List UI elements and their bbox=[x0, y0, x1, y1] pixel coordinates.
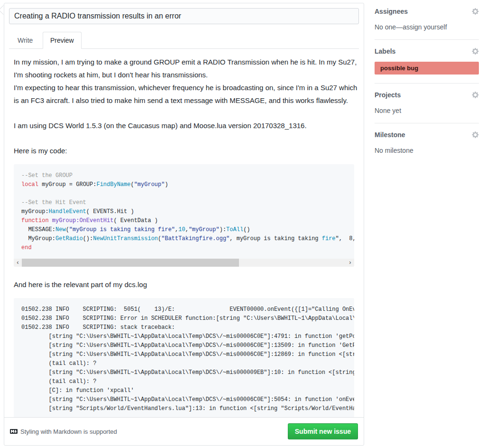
projects-heading: Projects bbox=[375, 91, 401, 99]
paragraph-version: I am using DCS World 1.5.3 (on the Cauca… bbox=[14, 119, 358, 132]
form-footer: Styling with Markdown is supported Submi… bbox=[4, 417, 364, 445]
lua-code-lines: --Set the GROUPlocal myGroup = GROUP:Fin… bbox=[14, 164, 354, 259]
label-possible-bug[interactable]: possible bug bbox=[375, 62, 479, 75]
dcs-log-lines: 01502.238 INFO SCRIPTING: 5051( 13)/E: E… bbox=[14, 298, 354, 417]
scroll-right-icon[interactable]: › bbox=[346, 259, 354, 267]
paragraph-log-intro: And here is the relevant part of my dcs.… bbox=[14, 278, 358, 291]
assignees-heading: Assignees bbox=[375, 8, 408, 15]
code-horizontal-scrollbar[interactable]: ‹ › bbox=[14, 259, 354, 267]
gear-icon[interactable] bbox=[472, 47, 479, 55]
write-preview-tabnav: Write Preview bbox=[9, 32, 359, 49]
sidebar-section-assignees: Assignees No one—assign yourself bbox=[375, 8, 479, 40]
paragraph-mission-line2: I'm expecting to hear this transmission,… bbox=[14, 84, 357, 104]
paragraph-mission-line1: In my mission, I am trying to make a gro… bbox=[14, 58, 357, 79]
sidebar-section-milestone: Milestone No milestone bbox=[375, 131, 479, 163]
issue-sidebar: Assignees No one—assign yourself Labels bbox=[375, 0, 479, 170]
assign-yourself-link[interactable]: assign yourself bbox=[403, 23, 447, 31]
tab-write[interactable]: Write bbox=[10, 32, 40, 49]
milestone-empty-text: No milestone bbox=[375, 147, 479, 154]
comment-box: Write Preview In my mission, I am trying… bbox=[4, 3, 364, 446]
issue-form: Write Preview In my mission, I am trying… bbox=[4, 3, 364, 446]
sidebar-section-projects: Projects None yet bbox=[375, 91, 479, 123]
projects-empty-text: None yet bbox=[375, 107, 479, 114]
submit-new-issue-button[interactable]: Submit new issue bbox=[288, 423, 358, 439]
sidebar-section-labels: Labels possible bug bbox=[375, 47, 479, 84]
markdown-icon bbox=[10, 428, 20, 435]
scrollbar-track[interactable] bbox=[22, 259, 346, 267]
gear-icon[interactable] bbox=[472, 8, 479, 15]
scrollbar-thumb[interactable] bbox=[22, 259, 239, 267]
tab-preview[interactable]: Preview bbox=[43, 32, 82, 49]
preview-body: In my mission, I am trying to make a gro… bbox=[9, 49, 359, 417]
new-issue-page: Write Preview In my mission, I am trying… bbox=[0, 0, 486, 446]
assignees-empty-text: No one— bbox=[375, 23, 403, 31]
paragraph-mission: In my mission, I am trying to make a gro… bbox=[14, 56, 358, 107]
markdown-note: Styling with Markdown is supported bbox=[10, 428, 117, 435]
gear-icon[interactable] bbox=[472, 91, 479, 99]
paragraph-code-intro: Here is my code: bbox=[14, 144, 358, 157]
labels-heading: Labels bbox=[375, 47, 395, 55]
markdown-note-text: Styling with Markdown is supported bbox=[20, 428, 117, 435]
dcs-log-block: 01502.238 INFO SCRIPTING: 5051( 13)/E: E… bbox=[14, 298, 354, 417]
milestone-heading: Milestone bbox=[375, 131, 405, 139]
issue-title-input[interactable] bbox=[9, 8, 359, 24]
gear-icon[interactable] bbox=[472, 131, 479, 139]
scroll-left-icon[interactable]: ‹ bbox=[14, 259, 22, 267]
lua-code-block: --Set the GROUPlocal myGroup = GROUP:Fin… bbox=[14, 164, 354, 267]
